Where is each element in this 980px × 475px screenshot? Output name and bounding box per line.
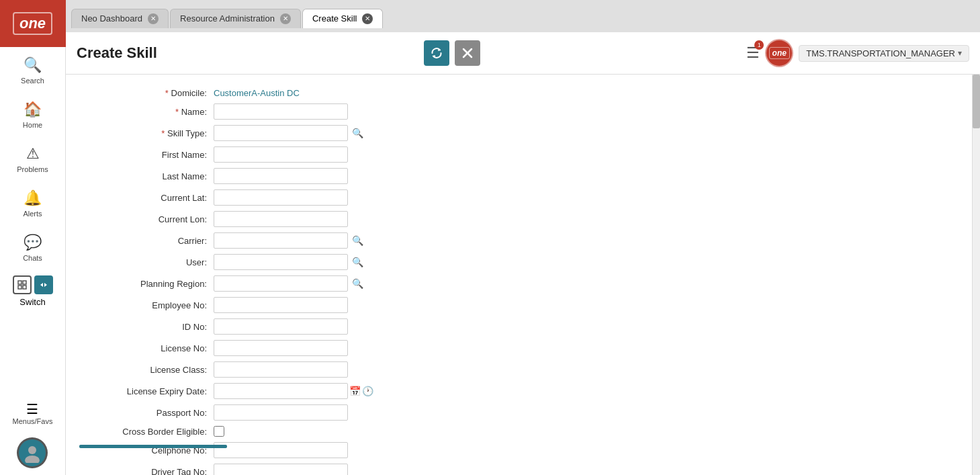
license-expiry-input[interactable]	[214, 383, 348, 399]
user-label: User:	[79, 257, 214, 267]
app-logo[interactable]: one	[0, 0, 66, 47]
main-content: Neo Dashboard ✕ Resource Administration …	[66, 0, 980, 475]
user-search-button[interactable]: 🔍	[351, 255, 365, 269]
user-avatar[interactable]	[17, 437, 48, 468]
tab-resource-admin-close[interactable]: ✕	[280, 13, 291, 24]
license-expiry-label: License Expiry Date:	[79, 386, 214, 396]
employee-no-input[interactable]	[214, 297, 348, 313]
license-no-input[interactable]	[214, 340, 348, 356]
form-row-carrier: Carrier: 🔍	[79, 232, 959, 249]
carrier-label: Carrier:	[79, 236, 214, 246]
sidebar-item-home[interactable]: 🏠 Home	[0, 91, 65, 136]
sidebar-item-problems[interactable]: ⚠ Problems	[0, 136, 65, 180]
close-x-icon	[462, 48, 473, 58]
form-row-name: * Name:	[79, 103, 959, 120]
sidebar-item-search-label: Search	[21, 77, 44, 85]
sidebar-item-alerts-label: Alerts	[23, 210, 42, 218]
form-row-first-name: First Name:	[79, 146, 959, 163]
scroll-thumb[interactable]	[973, 75, 980, 128]
name-input[interactable]	[214, 103, 348, 120]
domicile-value[interactable]: CustomerA-Austin DC	[214, 88, 300, 98]
form-row-planning-region: Planning Region: 🔍	[79, 275, 959, 292]
menu-button[interactable]: ☰ 1	[746, 44, 760, 62]
first-name-input[interactable]	[214, 146, 348, 163]
cellphone-no-input[interactable]	[214, 442, 348, 458]
chats-icon: 💬	[24, 234, 42, 251]
id-no-input[interactable]	[214, 318, 348, 335]
form-row-last-name: Last Name:	[79, 168, 959, 184]
passport-no-label: Passport No:	[79, 408, 214, 418]
tab-resource-admin-label: Resource Administration	[180, 13, 275, 24]
current-lon-label: Current Lon:	[79, 214, 214, 224]
home-icon: 🏠	[24, 101, 42, 118]
right-scrollbar[interactable]	[972, 75, 980, 475]
svg-rect-0	[18, 281, 21, 284]
problems-icon: ⚠	[26, 145, 40, 163]
sidebar-item-chats[interactable]: 💬 Chats	[0, 224, 65, 269]
last-name-input[interactable]	[214, 168, 348, 184]
first-name-label: First Name:	[79, 150, 214, 160]
sidebar-item-alerts[interactable]: 🔔 Alerts	[0, 180, 65, 224]
menu-badge: 1	[754, 40, 764, 50]
tab-create-skill-close[interactable]: ✕	[362, 13, 373, 24]
refresh-button[interactable]	[424, 40, 449, 66]
form-row-current-lon: Current Lon:	[79, 211, 959, 227]
planning-region-search-button[interactable]: 🔍	[351, 277, 365, 290]
current-lat-input[interactable]	[214, 189, 348, 206]
tab-neo-dashboard-label: Neo Dashboard	[81, 13, 142, 24]
form-row-license-expiry: License Expiry Date: 📅 🕐	[79, 383, 959, 399]
form-row-passport-no: Passport No:	[79, 404, 959, 421]
username: TMS.TRANSPORTATION_MANAGER	[806, 48, 955, 58]
user-info[interactable]: TMS.TRANSPORTATION_MANAGER ▾	[799, 45, 969, 62]
form-row-license-no: License No:	[79, 340, 959, 356]
carrier-input[interactable]	[214, 232, 348, 249]
passport-no-input[interactable]	[214, 404, 348, 421]
sidebar-item-search[interactable]: 🔍 Search	[0, 47, 65, 91]
header-right: ☰ 1 one TMS.TRANSPORTATION_MANAGER ▾	[746, 39, 969, 67]
skill-type-search-button[interactable]: 🔍	[351, 126, 365, 140]
bottom-indicator	[79, 445, 227, 448]
carrier-search-button[interactable]: 🔍	[351, 234, 365, 247]
svg-point-5	[25, 456, 40, 463]
page-title: Create Skill	[77, 44, 157, 62]
form-row-cross-border: Cross Border Eligible:	[79, 426, 959, 437]
logo-text: one	[13, 12, 52, 35]
form-row-skill-type: * Skill Type: 🔍	[79, 125, 959, 141]
last-name-label: Last Name:	[79, 171, 214, 181]
calendar-button[interactable]: 📅	[349, 386, 361, 396]
planning-region-input[interactable]	[214, 275, 348, 292]
tab-create-skill[interactable]: Create Skill ✕	[302, 9, 383, 28]
form-panel: * Domicile: CustomerA-Austin DC * Name: …	[66, 75, 972, 475]
tab-resource-admin[interactable]: Resource Administration ✕	[170, 9, 301, 28]
sidebar: one 🔍 Search 🏠 Home ⚠ Problems 🔔 Alerts …	[0, 0, 66, 475]
user-input[interactable]	[214, 254, 348, 270]
switch-icon-right	[34, 275, 53, 294]
tab-neo-dashboard[interactable]: Neo Dashboard ✕	[71, 9, 169, 28]
license-class-label: License Class:	[79, 365, 214, 375]
driver-tag-no-input[interactable]	[214, 464, 348, 475]
sidebar-item-switch[interactable]: Switch	[0, 269, 65, 314]
name-label: * Name:	[79, 107, 214, 117]
sidebar-item-switch-label: Switch	[19, 297, 45, 307]
close-x-button[interactable]	[455, 40, 480, 66]
skill-type-label: * Skill Type:	[79, 128, 214, 138]
clock-button[interactable]: 🕐	[362, 386, 373, 396]
sidebar-item-menus-favs[interactable]: ☰ Menus/Favs	[13, 394, 53, 432]
sidebar-item-home-label: Home	[23, 121, 42, 129]
sidebar-item-chats-label: Chats	[23, 254, 42, 262]
cross-border-checkbox[interactable]	[214, 426, 224, 437]
chevron-down-icon: ▾	[958, 48, 962, 58]
form-row-license-class: License Class:	[79, 361, 959, 378]
id-no-label: ID No:	[79, 322, 214, 332]
alerts-icon: 🔔	[24, 189, 42, 207]
switch-icons	[13, 275, 53, 294]
current-lon-input[interactable]	[214, 211, 348, 227]
domicile-label: * Domicile:	[79, 88, 214, 98]
tab-neo-dashboard-close[interactable]: ✕	[148, 13, 159, 24]
skill-type-input[interactable]	[214, 125, 348, 141]
license-class-input[interactable]	[214, 361, 348, 378]
form-row-user: User: 🔍	[79, 254, 959, 270]
driver-tag-no-label: Driver Tag No:	[79, 467, 214, 476]
search-icon: 🔍	[24, 56, 42, 74]
form-row-domicile: * Domicile: CustomerA-Austin DC	[79, 88, 959, 98]
